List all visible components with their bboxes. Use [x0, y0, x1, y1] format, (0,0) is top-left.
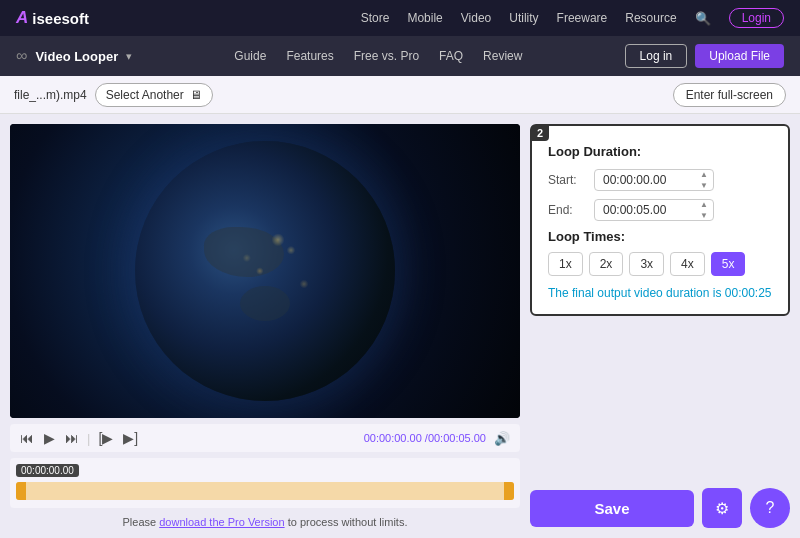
- start-time-input-wrapper: ▲ ▼: [594, 169, 714, 191]
- loop-duration-title: Loop Duration:: [548, 144, 772, 159]
- help-button[interactable]: ?: [750, 488, 790, 528]
- loop-start-button[interactable]: [▶: [96, 428, 115, 448]
- logo: A iseesoft: [16, 8, 89, 28]
- timeline-handle-right[interactable]: [504, 482, 514, 500]
- nav-store[interactable]: Store: [361, 11, 390, 25]
- sub-nav-left: ∞ Video Looper ▾: [16, 47, 132, 65]
- loop-end-row: End: ▲ ▼: [548, 199, 772, 221]
- timeline-bar[interactable]: [16, 482, 514, 500]
- sub-nav-right: Log in Upload File: [625, 44, 784, 68]
- sub-nav-title: Video Looper: [35, 49, 118, 64]
- loop-end-button[interactable]: ▶]: [121, 428, 140, 448]
- play-button[interactable]: ▶: [42, 428, 57, 448]
- start-spinner-down[interactable]: ▼: [697, 181, 711, 191]
- top-nav: A iseesoft Store Mobile Video Utility Fr…: [0, 0, 800, 36]
- loop-box: 2 Loop Duration: Start: ▲ ▼ End: ▲: [530, 124, 790, 316]
- end-spinner-up[interactable]: ▲: [697, 200, 711, 210]
- end-time-input-wrapper: ▲ ▼: [594, 199, 714, 221]
- pro-version-link[interactable]: download the Pro Version: [159, 516, 284, 528]
- start-spinner-up[interactable]: ▲: [697, 170, 711, 180]
- loop-3x-button[interactable]: 3x: [629, 252, 664, 276]
- select-another-label: Select Another: [106, 88, 184, 102]
- upload-file-button[interactable]: Upload File: [695, 44, 784, 68]
- loop-4x-button[interactable]: 4x: [670, 252, 705, 276]
- start-label: Start:: [548, 173, 586, 187]
- end-time-input[interactable]: [594, 199, 714, 221]
- nav-resource[interactable]: Resource: [625, 11, 676, 25]
- loop-5x-button[interactable]: 5x: [711, 252, 746, 276]
- gear-icon: ⚙: [715, 499, 729, 518]
- output-text: The final output video duration is: [548, 286, 725, 300]
- logo-text: iseesoft: [32, 10, 89, 27]
- save-button[interactable]: Save: [530, 490, 694, 527]
- timeline-bar-wrapper: [16, 482, 514, 504]
- file-name: file_...m).mp4: [14, 88, 87, 102]
- loop-start-row: Start: ▲ ▼: [548, 169, 772, 191]
- output-duration-value: 00:00:25: [725, 286, 772, 300]
- search-icon[interactable]: 🔍: [695, 11, 711, 26]
- nav-utility[interactable]: Utility: [509, 11, 538, 25]
- skip-forward-button[interactable]: ⏭: [63, 428, 81, 448]
- volume-button[interactable]: 🔊: [492, 429, 512, 448]
- dropdown-arrow-icon[interactable]: ▾: [126, 50, 132, 63]
- timeline-timestamp: 00:00:00.00: [16, 464, 79, 477]
- subnav-guide[interactable]: Guide: [234, 49, 266, 63]
- subnav-faq[interactable]: FAQ: [439, 49, 463, 63]
- video-earth: [10, 124, 520, 418]
- sub-nav-links: Guide Features Free vs. Pro FAQ Review: [234, 49, 522, 63]
- login-button[interactable]: Login: [729, 8, 784, 28]
- end-spinners: ▲ ▼: [697, 200, 711, 221]
- subnav-freevspro[interactable]: Free vs. Pro: [354, 49, 419, 63]
- video-container[interactable]: [10, 124, 520, 418]
- end-label: End:: [548, 203, 586, 217]
- video-timeline: 00:00:00.00: [10, 458, 520, 508]
- nav-freeware[interactable]: Freeware: [557, 11, 608, 25]
- earth-lights: [135, 141, 395, 401]
- save-row: Save ⚙ ?: [530, 488, 790, 528]
- download-notice: Please download the Pro Version to proce…: [10, 516, 520, 528]
- loop-times-title: Loop Times:: [548, 229, 772, 244]
- time-display: 00:00:00.00 /00:00:05.00: [364, 432, 486, 444]
- video-panel: ⏮ ▶ ⏭ | [▶ ▶] 00:00:00.00 /00:00:05.00 🔊…: [10, 124, 520, 528]
- download-notice-text: Please: [123, 516, 160, 528]
- logo-a: A: [16, 8, 28, 28]
- skip-back-button[interactable]: ⏮: [18, 428, 36, 448]
- output-duration: The final output video duration is 00:00…: [548, 286, 772, 300]
- monitor-icon: 🖥: [190, 88, 202, 102]
- loop-times-row: 1x 2x 3x 4x 5x: [548, 252, 772, 276]
- loop-1x-button[interactable]: 1x: [548, 252, 583, 276]
- start-time-input[interactable]: [594, 169, 714, 191]
- main-toolbar: file_...m).mp4 Select Another 🖥 Enter fu…: [0, 76, 800, 114]
- right-panel: 2 Loop Duration: Start: ▲ ▼ End: ▲: [530, 124, 790, 528]
- nav-mobile[interactable]: Mobile: [407, 11, 442, 25]
- loop-icon: ∞: [16, 47, 27, 65]
- content-area: ⏮ ▶ ⏭ | [▶ ▶] 00:00:00.00 /00:00:05.00 🔊…: [0, 114, 800, 538]
- top-nav-links: Store Mobile Video Utility Freeware Reso…: [361, 8, 784, 28]
- settings-button[interactable]: ⚙: [702, 488, 742, 528]
- separator-1: |: [87, 431, 90, 446]
- select-another-button[interactable]: Select Another 🖥: [95, 83, 213, 107]
- subnav-features[interactable]: Features: [286, 49, 333, 63]
- subnav-review[interactable]: Review: [483, 49, 522, 63]
- nav-video[interactable]: Video: [461, 11, 491, 25]
- toolbar-left: file_...m).mp4 Select Another 🖥: [14, 83, 213, 107]
- loop-2x-button[interactable]: 2x: [589, 252, 624, 276]
- download-notice-suffix: to process without limits.: [285, 516, 408, 528]
- question-icon: ?: [766, 499, 775, 517]
- video-controls: ⏮ ▶ ⏭ | [▶ ▶] 00:00:00.00 /00:00:05.00 🔊: [10, 424, 520, 452]
- subnav-login-button[interactable]: Log in: [625, 44, 688, 68]
- end-spinner-down[interactable]: ▼: [697, 211, 711, 221]
- fullscreen-button[interactable]: Enter full-screen: [673, 83, 786, 107]
- sub-nav: ∞ Video Looper ▾ Guide Features Free vs.…: [0, 36, 800, 76]
- loop-box-number: 2: [531, 125, 549, 141]
- start-spinners: ▲ ▼: [697, 170, 711, 191]
- timeline-handle-left[interactable]: [16, 482, 26, 500]
